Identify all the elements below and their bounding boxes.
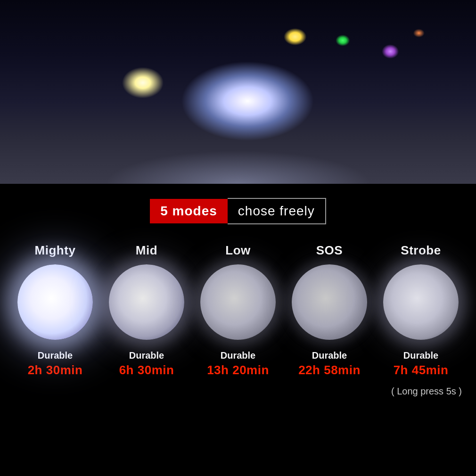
durable-time-mighty: 2h 30min <box>28 363 83 378</box>
durable-time-sos: 22h 58min <box>298 363 361 378</box>
modes-banner: 5 modes chose freely <box>150 198 326 224</box>
mode-name-mighty: Mighty <box>35 243 76 258</box>
mode-col-mighty: MightyDurable2h 30min <box>9 243 101 378</box>
durable-label-mid: Durable <box>129 350 164 361</box>
features-section: 5 modes chose freely MightyDurable2h 30m… <box>0 184 476 476</box>
light-circle-sos <box>292 264 367 340</box>
durable-label-low: Durable <box>221 350 255 361</box>
durable-label-sos: Durable <box>312 350 347 361</box>
mode-col-low: LowDurable13h 20min <box>192 243 284 378</box>
light-circle-low <box>200 264 276 340</box>
mode-name-strobe: Strobe <box>401 243 441 258</box>
mode-name-sos: SOS <box>316 243 343 258</box>
mode-col-strobe: StrobeDurable7h 45min <box>375 243 467 378</box>
choose-label: chose freely <box>228 198 326 224</box>
durable-time-low: 13h 20min <box>207 363 269 378</box>
night-photo <box>0 0 476 184</box>
long-press-note: ( Long press 5s ) <box>391 386 467 397</box>
durable-label-strobe: Durable <box>403 350 438 361</box>
modes-grid: MightyDurable2h 30minMidDurable6h 30minL… <box>9 243 467 378</box>
mode-col-mid: MidDurable6h 30min <box>101 243 192 378</box>
light-circle-mid <box>109 264 184 340</box>
mode-name-low: Low <box>225 243 251 258</box>
durable-time-strobe: 7h 45min <box>394 363 449 378</box>
modes-label: 5 modes <box>150 199 228 223</box>
mode-col-sos: SOSDurable22h 58min <box>284 243 375 378</box>
durable-label-mighty: Durable <box>38 350 73 361</box>
light-circle-mighty <box>17 264 93 340</box>
street-glow <box>0 118 476 184</box>
light-circle-strobe <box>383 264 459 340</box>
mode-name-mid: Mid <box>136 243 157 258</box>
durable-time-mid: 6h 30min <box>119 363 174 378</box>
